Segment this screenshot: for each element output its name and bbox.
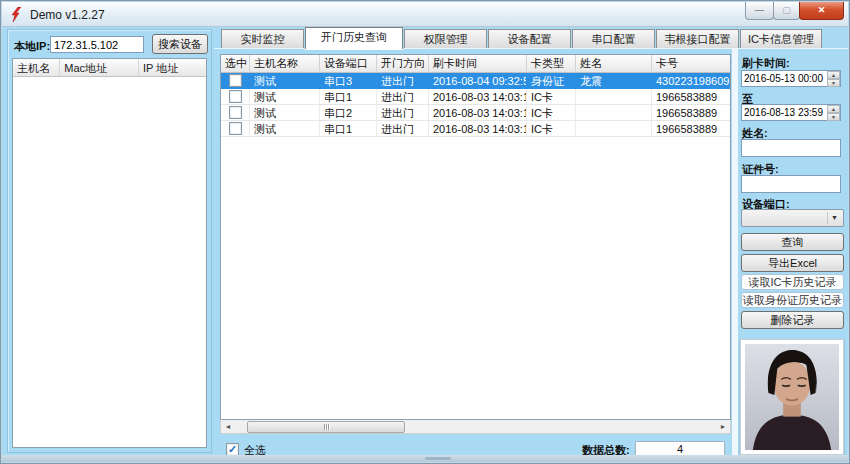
row-direction: 进出门 [377, 105, 429, 121]
col-name[interactable]: 姓名 [576, 55, 652, 72]
id-number-input[interactable] [741, 175, 841, 193]
row-time: 2016-08-03 14:03:10 [429, 105, 527, 121]
time-from-input[interactable] [741, 70, 841, 87]
door-history-page: 选中 主机名称 设备端口 开门方向 刷卡时间 卡类型 姓名 卡号 测试 串口3 … [214, 48, 848, 455]
row-card-type: IC卡 [527, 105, 576, 121]
tab-serial-config[interactable]: 串口配置 [572, 29, 655, 49]
export-excel-button[interactable]: 导出Excel [741, 254, 844, 272]
device-col-hostname[interactable]: 主机名 [13, 59, 60, 76]
table-row[interactable]: 测试 串口1 进出门 2016-08-03 14:03:13 IC卡 19665… [221, 121, 730, 137]
close-button[interactable]: ✕ [799, 2, 844, 20]
query-button[interactable]: 查询 [741, 233, 844, 251]
tab-device-config[interactable]: 设备配置 [488, 29, 571, 49]
time-to-field[interactable]: ▲ ▼ [741, 104, 841, 121]
title-bar[interactable]: Demo v1.2.27 — ▢ ✕ [2, 2, 848, 27]
row-name [576, 121, 652, 137]
row-checkbox[interactable] [229, 122, 242, 135]
spinner-up-icon[interactable]: ▲ [827, 71, 840, 79]
time-from-field[interactable]: ▲ ▼ [741, 70, 841, 87]
maximize-button[interactable]: ▢ [773, 2, 800, 20]
row-host: 测试 [250, 121, 320, 137]
tab-wiegand-config[interactable]: 韦根接口配置 [656, 29, 739, 49]
table-row[interactable]: 测试 串口2 进出门 2016-08-03 14:03:10 IC卡 19665… [221, 105, 730, 121]
device-list-panel: 本地IP: 搜索设备 主机名 Mac地址 IP 地址 [7, 29, 212, 453]
tab-ic-card-info[interactable]: IC卡信息管理 [740, 29, 822, 49]
time-from-spinner[interactable]: ▲ ▼ [827, 71, 840, 86]
tab-strip: 实时监控 开门历史查询 权限管理 设备配置 串口配置 韦根接口配置 IC卡信息管… [214, 27, 848, 49]
row-direction: 进出门 [377, 89, 429, 105]
resize-grip[interactable] [425, 457, 451, 460]
row-host: 测试 [250, 105, 320, 121]
window-bottom-border [2, 455, 848, 462]
row-direction: 进出门 [377, 121, 429, 137]
local-ip-input[interactable] [50, 36, 144, 53]
scrollbar-track[interactable] [235, 421, 716, 433]
spinner-up-icon[interactable]: ▲ [827, 105, 840, 113]
portrait-photo-image [745, 344, 839, 450]
spinner-down-icon[interactable]: ▼ [827, 113, 840, 121]
history-table-header: 选中 主机名称 设备端口 开门方向 刷卡时间 卡类型 姓名 卡号 [221, 55, 730, 73]
col-port[interactable]: 设备端口 [320, 55, 377, 72]
device-col-ip[interactable]: IP 地址 [139, 59, 206, 76]
swipe-time-label: 刷卡时间: [742, 56, 790, 71]
col-select[interactable]: 选中 [221, 55, 250, 72]
row-port: 串口2 [320, 105, 377, 121]
row-card-no: 1966583889 [652, 89, 731, 105]
window-title: Demo v1.2.27 [30, 8, 105, 22]
row-card-no: 430223198609164219 [652, 73, 731, 89]
device-table[interactable]: 主机名 Mac地址 IP 地址 [12, 58, 207, 448]
device-table-header: 主机名 Mac地址 IP 地址 [13, 59, 206, 77]
row-name: 龙震 [576, 73, 652, 89]
read-ic-history-button[interactable]: 读取IC卡历史记录 [741, 274, 844, 290]
name-input[interactable] [741, 139, 841, 157]
row-time: 2016-08-03 14:03:13 [429, 121, 527, 137]
search-device-button[interactable]: 搜索设备 [152, 34, 208, 54]
row-port: 串口1 [320, 89, 377, 105]
scroll-left-icon[interactable]: ◄ [221, 421, 235, 433]
row-card-no: 1966583889 [652, 105, 731, 121]
row-host: 测试 [250, 89, 320, 105]
row-card-type: 身份证 [527, 73, 576, 89]
row-time: 2016-08-03 14:03:10 [429, 89, 527, 105]
col-host[interactable]: 主机名称 [250, 55, 320, 72]
col-direction[interactable]: 开门方向 [377, 55, 429, 72]
row-card-no: 1966583889 [652, 121, 731, 137]
device-col-mac[interactable]: Mac地址 [60, 59, 139, 76]
tab-realtime-monitor[interactable]: 实时监控 [221, 29, 304, 49]
chevron-down-icon[interactable]: ▼ [827, 212, 841, 224]
history-table[interactable]: 选中 主机名称 设备端口 开门方向 刷卡时间 卡类型 姓名 卡号 测试 串口3 … [220, 54, 731, 420]
spinner-down-icon[interactable]: ▼ [827, 79, 840, 87]
row-direction: 进出门 [377, 73, 429, 89]
tab-permissions[interactable]: 权限管理 [404, 29, 487, 49]
delete-records-button[interactable]: 删除记录 [741, 311, 844, 329]
row-port: 串口3 [320, 73, 377, 89]
row-card-type: IC卡 [527, 89, 576, 105]
horizontal-scrollbar[interactable]: ◄ ► [220, 420, 731, 434]
row-checkbox[interactable] [229, 74, 242, 87]
device-port-select[interactable]: ▼ [741, 209, 844, 227]
col-swipe-time[interactable]: 刷卡时间 [429, 55, 527, 72]
query-side-panel: 刷卡时间: ▲ ▼ 至 ▲ ▼ 姓名: [738, 49, 846, 455]
local-ip-label: 本地IP: [14, 39, 50, 54]
read-id-history-button[interactable]: 读取身份证历史记录 [741, 292, 844, 308]
col-card-type[interactable]: 卡类型 [527, 55, 576, 72]
app-window: Demo v1.2.27 — ▢ ✕ 本地IP: 搜索设备 主机名 Mac地址 … [0, 0, 850, 464]
table-row[interactable]: 测试 串口3 进出门 2016-08-04 09:32:55 身份证 龙震 43… [221, 73, 730, 89]
col-card-no[interactable]: 卡号 [652, 55, 731, 72]
row-checkbox[interactable] [229, 90, 242, 103]
tab-door-history[interactable]: 开门历史查询 [305, 27, 403, 49]
minimize-button[interactable]: — [745, 2, 774, 20]
scrollbar-thumb[interactable] [247, 421, 405, 433]
row-card-type: IC卡 [527, 121, 576, 137]
cardholder-photo [740, 339, 844, 455]
time-to-input[interactable] [741, 104, 841, 121]
row-name [576, 89, 652, 105]
table-row[interactable]: 测试 串口1 进出门 2016-08-03 14:03:10 IC卡 19665… [221, 89, 730, 105]
row-time: 2016-08-04 09:32:55 [429, 73, 527, 89]
row-name [576, 105, 652, 121]
scroll-right-icon[interactable]: ► [716, 421, 730, 433]
row-host: 测试 [250, 73, 320, 89]
app-logo-lightning-icon [10, 7, 25, 22]
time-to-spinner[interactable]: ▲ ▼ [827, 105, 840, 120]
row-checkbox[interactable] [229, 106, 242, 119]
